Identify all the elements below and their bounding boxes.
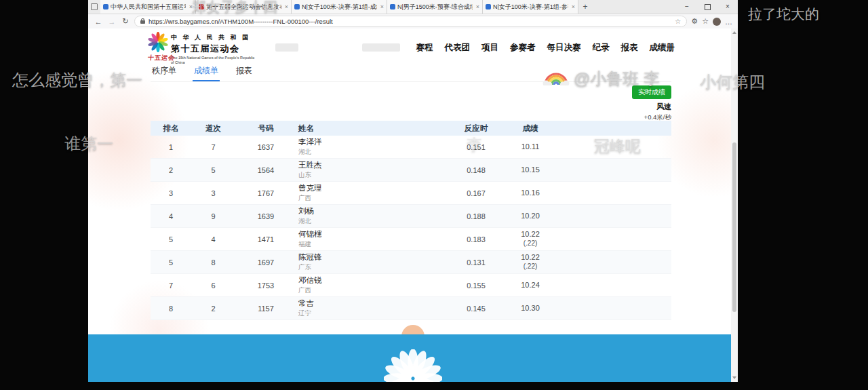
athlete-cell: 陈冠锋广东 bbox=[296, 252, 449, 272]
tab-close-icon[interactable]: × bbox=[570, 3, 575, 10]
athlete-cell: 何锦櫶福建 bbox=[296, 229, 449, 249]
settings-icon[interactable]: ⚙ bbox=[691, 17, 698, 26]
lane-cell: 7 bbox=[191, 143, 235, 151]
athlete-name: 常吉 bbox=[298, 298, 449, 309]
close-button[interactable]: × bbox=[717, 0, 738, 14]
table-row: 171637李泽洋湖北0.15110.11 bbox=[151, 136, 671, 159]
window-controls: − × bbox=[677, 0, 738, 14]
tab-title: 中华人民共和国第十五届运动会 bbox=[111, 3, 186, 12]
result-value: 10.11 bbox=[503, 142, 557, 152]
loading-placeholder bbox=[362, 43, 400, 52]
reaction-cell: 0.151 bbox=[449, 143, 503, 151]
table-row: 251564王胜杰山东0.14810.15 bbox=[151, 159, 671, 182]
result-value: 10.22 bbox=[503, 230, 557, 239]
browser-tab[interactable]: N|女子100米-决赛-第1组-参赛名...× bbox=[483, 0, 578, 14]
favorite-star-icon[interactable]: ☆ bbox=[675, 18, 681, 25]
url-text: https://wrs.baygames.cn/ATHM100M--------… bbox=[149, 18, 671, 25]
page-viewport: 中 华 人 民 共 和 国 第十五届运动会 The 15th National … bbox=[88, 28, 738, 382]
browser-tab[interactable]: 第十五届全国运动会信息发布系...× bbox=[196, 0, 292, 14]
lane-cell: 5 bbox=[191, 166, 235, 174]
table-row: 761753邓信锐广西0.15510.24 bbox=[151, 274, 671, 297]
restore-button[interactable] bbox=[697, 0, 717, 14]
logo-line1: 中 华 人 民 共 和 国 bbox=[171, 33, 256, 42]
tab-title: 第十五届全国运动会信息发布系... bbox=[206, 3, 281, 12]
games-logo-text: 中 华 人 民 共 和 国 第十五届运动会 The 15th National … bbox=[171, 33, 256, 65]
result-detail: (.22) bbox=[503, 239, 557, 248]
nav-item[interactable]: 参赛者 bbox=[510, 42, 536, 54]
tab-actions-icon[interactable] bbox=[88, 0, 100, 14]
athlete-name: 李泽洋 bbox=[298, 137, 449, 147]
wind-label: 风速 bbox=[644, 102, 671, 112]
tab-close-icon[interactable]: × bbox=[379, 3, 384, 10]
athlete-region: 广西 bbox=[298, 286, 449, 295]
live-results-button[interactable]: 实时成绩 bbox=[632, 85, 671, 99]
bib-cell: 1697 bbox=[235, 258, 296, 267]
tab-report[interactable]: 报表 bbox=[235, 64, 254, 81]
new-tab-button[interactable]: + bbox=[578, 0, 592, 14]
bib-cell: 1639 bbox=[235, 212, 296, 220]
reaction-cell: 0.155 bbox=[449, 281, 503, 290]
scroll-up-icon[interactable] bbox=[732, 31, 736, 34]
nav-item[interactable]: 成绩册 bbox=[650, 42, 675, 54]
tab-title: N|女子100米-决赛-第1组-成绩公... bbox=[302, 3, 377, 12]
scroll-down-icon[interactable] bbox=[732, 376, 736, 379]
nav-item[interactable]: 每日决赛 bbox=[547, 42, 581, 54]
result-detail: (.22) bbox=[503, 262, 557, 271]
result-tabs: 秩序单成绩单报表 bbox=[151, 64, 671, 82]
nav-item[interactable]: 报表 bbox=[621, 42, 638, 54]
athlete-region: 福建 bbox=[298, 240, 449, 249]
browser-tab[interactable]: 中华人民共和国第十五届运动会× bbox=[100, 0, 196, 14]
main-nav: 赛程代表团项目参赛者每日决赛纪录报表成绩册 bbox=[416, 42, 675, 54]
tab-title: N|男子1500米-预赛-综合成绩公... bbox=[397, 3, 473, 12]
tab-close-icon[interactable]: × bbox=[283, 3, 288, 10]
forward-icon[interactable]: → bbox=[107, 18, 117, 26]
athlete-name: 刘杨 bbox=[298, 206, 449, 216]
bib-cell: 1471 bbox=[235, 235, 296, 243]
athlete-cell: 曾克理广西 bbox=[296, 183, 449, 203]
athlete-region: 湖北 bbox=[298, 217, 449, 226]
footer-logo-icon bbox=[384, 349, 442, 382]
tab-close-icon[interactable]: × bbox=[188, 3, 193, 10]
scrollbar[interactable] bbox=[731, 28, 738, 382]
lane-cell: 3 bbox=[191, 189, 235, 197]
result-cell: 10.15 bbox=[503, 165, 557, 175]
browser-tab[interactable]: N|男子1500米-预赛-综合成绩公...× bbox=[387, 0, 483, 14]
tab-close-icon[interactable]: × bbox=[475, 3, 479, 10]
reaction-cell: 0.148 bbox=[449, 166, 503, 174]
nav-item[interactable]: 项目 bbox=[481, 42, 498, 54]
column-header: 成绩 bbox=[503, 123, 557, 134]
profile-avatar[interactable] bbox=[713, 18, 721, 26]
nav-item[interactable]: 赛程 bbox=[416, 42, 433, 54]
more-menu-icon[interactable]: … bbox=[725, 18, 732, 26]
back-icon[interactable]: ← bbox=[94, 18, 103, 26]
table-header-row: 排名道次号码姓名反应时成绩 bbox=[151, 121, 671, 136]
bib-cell: 1767 bbox=[235, 189, 296, 197]
tab-favicon-icon bbox=[486, 4, 491, 9]
athlete-region: 广东 bbox=[298, 263, 449, 272]
result-cell: 10.30 bbox=[503, 304, 557, 313]
wind-info: 风速 +0.4米/秒 bbox=[644, 102, 671, 122]
rank-cell: 8 bbox=[151, 305, 191, 313]
athlete-cell: 刘杨湖北 bbox=[296, 206, 449, 226]
lane-cell: 4 bbox=[191, 235, 235, 243]
rank-cell: 5 bbox=[151, 235, 191, 243]
nav-item[interactable]: 代表团 bbox=[445, 42, 471, 54]
minimize-button[interactable]: − bbox=[677, 0, 697, 14]
reaction-cell: 0.183 bbox=[449, 235, 503, 243]
column-header: 反应时 bbox=[449, 123, 503, 134]
table-row: 331767曾克理广西0.16710.16 bbox=[151, 182, 671, 205]
favorites-icon[interactable]: ☆ bbox=[702, 17, 709, 26]
tab-order-list[interactable]: 秩序单 bbox=[151, 64, 178, 81]
address-bar[interactable]: https://wrs.baygames.cn/ATHM100M--------… bbox=[134, 16, 687, 27]
reaction-cell: 0.188 bbox=[449, 212, 503, 220]
tab-results[interactable]: 成绩单 bbox=[193, 64, 220, 81]
rank-cell: 7 bbox=[151, 281, 191, 290]
tab-favicon-icon bbox=[390, 4, 395, 9]
tab-title: N|女子100米-决赛-第1组-参赛名... bbox=[493, 3, 568, 12]
result-value: 10.24 bbox=[503, 281, 557, 290]
refresh-icon[interactable]: ↻ bbox=[121, 17, 130, 26]
scrollbar-thumb[interactable] bbox=[732, 142, 736, 312]
nav-item[interactable]: 纪录 bbox=[593, 42, 610, 54]
athlete-cell: 王胜杰山东 bbox=[296, 160, 449, 180]
browser-tab[interactable]: N|女子100米-决赛-第1组-成绩公...× bbox=[292, 0, 387, 14]
